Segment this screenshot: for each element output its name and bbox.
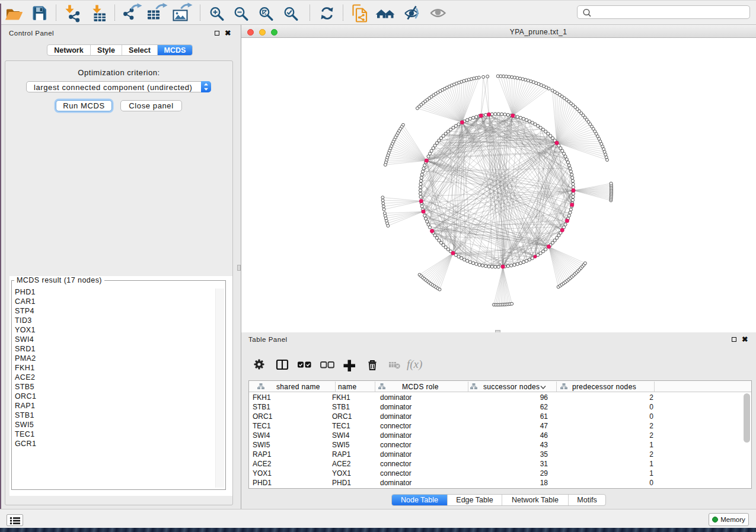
- svg-text:f(x): f(x): [407, 358, 422, 371]
